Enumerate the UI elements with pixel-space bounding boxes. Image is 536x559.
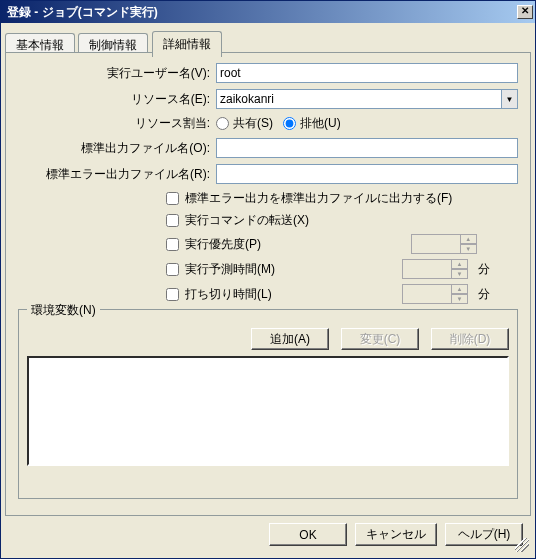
triangle-down-icon[interactable]: ▼	[452, 269, 468, 279]
title-bar: 登録 - ジョブ(コマンド実行) ✕	[1, 1, 535, 23]
add-button[interactable]: 追加(A)	[251, 328, 329, 350]
exec-user-input[interactable]	[216, 63, 518, 83]
help-button[interactable]: ヘルプ(H)	[445, 523, 523, 546]
check-cmd-transfer-label: 実行コマンドの転送(X)	[185, 212, 309, 229]
label-resource-name: リソース名(E):	[18, 91, 216, 108]
exec-priority-unit	[487, 237, 490, 251]
radio-shared-label: 共有(S)	[233, 115, 273, 132]
change-button[interactable]: 変更(C)	[341, 328, 419, 350]
triangle-down-icon[interactable]: ▼	[452, 294, 468, 304]
label-stdout-file: 標準出力ファイル名(O):	[18, 140, 216, 157]
window-title: 登録 - ジョブ(コマンド実行)	[7, 4, 158, 21]
exec-priority-value[interactable]	[411, 234, 461, 254]
radio-exclusive[interactable]: 排他(U)	[283, 115, 341, 132]
footer-buttons: OK キャンセル ヘルプ(H)	[269, 523, 523, 546]
resource-name-combo[interactable]: ▼	[216, 89, 518, 109]
exec-est-time-value[interactable]	[402, 259, 452, 279]
triangle-up-icon[interactable]: ▲	[452, 284, 468, 294]
close-icon[interactable]: ✕	[517, 5, 533, 19]
tab-detail[interactable]: 詳細情報	[152, 31, 222, 57]
check-exec-est-time-label: 実行予測時間(M)	[185, 261, 275, 278]
tab-strip: 基本情報 制御情報 詳細情報	[5, 31, 531, 53]
check-exec-est-time[interactable]	[166, 263, 179, 276]
dialog-window: 登録 - ジョブ(コマンド実行) ✕ 基本情報 制御情報 詳細情報 実行ユーザー…	[0, 0, 536, 559]
check-cmd-transfer[interactable]	[166, 214, 179, 227]
check-stderr-to-stdout[interactable]	[166, 192, 179, 205]
stderr-file-input[interactable]	[216, 164, 518, 184]
cutoff-time-spinner[interactable]: ▲▼	[402, 284, 468, 304]
client-area: 基本情報 制御情報 詳細情報 実行ユーザー名(V): リソース名(E): ▼	[5, 27, 531, 554]
triangle-down-icon[interactable]: ▼	[461, 244, 477, 254]
chevron-down-icon[interactable]: ▼	[501, 89, 518, 109]
delete-button[interactable]: 削除(D)	[431, 328, 509, 350]
env-vars-group: 環境変数(N) 追加(A) 変更(C) 削除(D)	[18, 309, 518, 499]
minutes-unit: 分	[478, 261, 490, 278]
ok-button[interactable]: OK	[269, 523, 347, 546]
triangle-up-icon[interactable]: ▲	[461, 234, 477, 244]
radio-shared-input[interactable]	[216, 117, 229, 130]
radio-exclusive-label: 排他(U)	[300, 115, 341, 132]
resource-name-input[interactable]	[216, 89, 501, 109]
check-exec-priority[interactable]	[166, 238, 179, 251]
cutoff-time-value[interactable]	[402, 284, 452, 304]
radio-exclusive-input[interactable]	[283, 117, 296, 130]
radio-shared[interactable]: 共有(S)	[216, 115, 273, 132]
triangle-up-icon[interactable]: ▲	[452, 259, 468, 269]
check-cutoff-time-label: 打ち切り時間(L)	[185, 286, 272, 303]
exec-priority-spinner[interactable]: ▲▼	[411, 234, 477, 254]
detail-panel: 実行ユーザー名(V): リソース名(E): ▼ リソース割当:	[5, 52, 531, 516]
env-vars-legend: 環境変数(N)	[27, 302, 100, 319]
label-exec-user: 実行ユーザー名(V):	[18, 65, 216, 82]
env-vars-listbox[interactable]	[27, 356, 509, 466]
check-cutoff-time[interactable]	[166, 288, 179, 301]
check-exec-priority-label: 実行優先度(P)	[185, 236, 261, 253]
stdout-file-input[interactable]	[216, 138, 518, 158]
label-stderr-file: 標準エラー出力ファイル名(R):	[18, 166, 216, 183]
minutes-unit: 分	[478, 286, 490, 303]
cancel-button[interactable]: キャンセル	[355, 523, 437, 546]
resize-grip-icon[interactable]	[515, 538, 529, 552]
exec-est-time-spinner[interactable]: ▲▼	[402, 259, 468, 279]
label-resource-alloc: リソース割当:	[18, 115, 216, 132]
check-stderr-to-stdout-label: 標準エラー出力を標準出力ファイルに出力する(F)	[185, 190, 452, 207]
